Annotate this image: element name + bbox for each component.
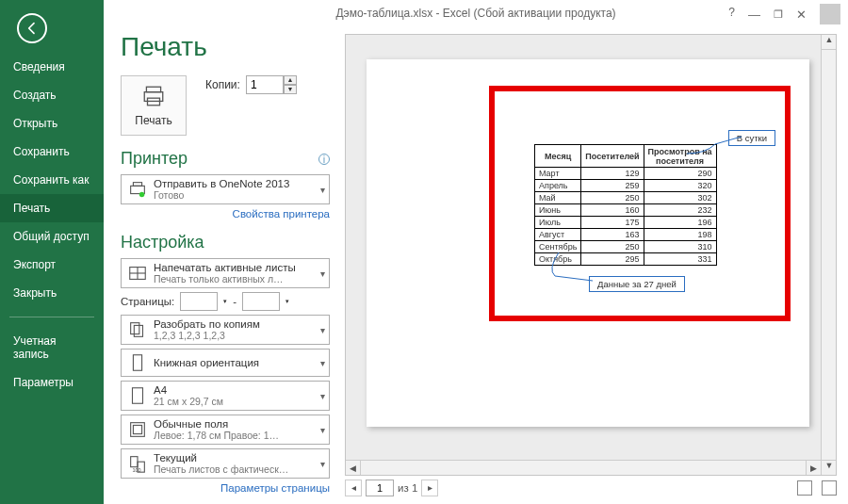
sidebar-footer-item-1[interactable]: Параметры xyxy=(0,368,104,397)
print-button[interactable]: Печать xyxy=(121,75,187,136)
preview-footer: ◂ из 1 ▸ xyxy=(345,476,837,500)
print-what-selector[interactable]: Напечатать активные листыПечать только а… xyxy=(121,258,330,288)
svg-rect-4 xyxy=(133,183,141,187)
next-page-button[interactable]: ▸ xyxy=(421,480,438,496)
scaling-selector[interactable]: 100 ТекущийПечать листов с фактическ… ▾ xyxy=(121,448,330,479)
printer-device-icon xyxy=(127,179,148,200)
printer-info-icon[interactable]: i xyxy=(318,154,330,165)
table-row: Май250302 xyxy=(535,192,717,204)
pages-to-input[interactable] xyxy=(242,292,280,311)
data-table: МесяцПосетителейПросмотров напосетителя … xyxy=(534,144,717,266)
sidebar-footer-item-0[interactable]: Учетная запись xyxy=(0,327,104,368)
chevron-down-icon: ▾ xyxy=(320,185,325,195)
print-settings-panel: Печать Печать Копии: ▲ ▼ xyxy=(104,26,339,504)
collate-icon xyxy=(127,319,148,340)
sidebar-item-5[interactable]: Печать xyxy=(0,194,104,222)
table-row: Июль175196 xyxy=(535,217,717,229)
connector-line xyxy=(547,252,595,283)
scroll-up-button[interactable]: ▲ xyxy=(822,35,837,50)
margins-icon xyxy=(127,419,148,440)
zoom-to-page-button[interactable] xyxy=(822,480,837,496)
scroll-left-button[interactable]: ◀ xyxy=(346,461,361,476)
svg-rect-14 xyxy=(133,425,141,433)
copies-input[interactable] xyxy=(246,75,284,94)
page-setup-link[interactable]: Параметры страницы xyxy=(121,482,330,494)
vertical-scrollbar[interactable]: ▲ ▼ xyxy=(821,35,836,475)
preview-page: МесяцПосетителейПросмотров напосетителя … xyxy=(367,59,809,427)
table-row: Июнь160232 xyxy=(535,204,717,217)
backstage-sidebar: СведенияСоздатьОткрытьСохранитьСохранить… xyxy=(0,0,104,504)
connector-line xyxy=(687,135,743,159)
svg-text:100: 100 xyxy=(133,467,141,473)
scaling-icon: 100 xyxy=(127,453,148,474)
horizontal-scrollbar[interactable]: ◀ ▶ xyxy=(346,460,821,475)
page-count-label: из 1 xyxy=(398,482,417,494)
table-header: Месяц xyxy=(535,145,581,168)
table-row: Март129290 xyxy=(535,168,717,180)
show-margins-button[interactable] xyxy=(797,480,812,496)
chevron-down-icon: ▾ xyxy=(320,325,325,335)
table-row: Апрель259320 xyxy=(535,180,717,192)
scroll-down-button[interactable]: ▼ xyxy=(822,460,837,475)
sidebar-item-0[interactable]: Сведения xyxy=(0,53,104,81)
paper-size-selector[interactable]: A421 см x 29,7 см ▾ xyxy=(121,381,330,411)
back-button[interactable] xyxy=(17,13,47,43)
prev-page-button[interactable]: ◂ xyxy=(345,480,362,496)
titlebar: Дэмо-таблица.xlsx - Excel (Сбой активаци… xyxy=(104,0,848,26)
portrait-icon xyxy=(127,352,148,373)
chevron-down-icon: ▾ xyxy=(320,425,325,435)
sidebar-item-8[interactable]: Закрыть xyxy=(0,279,104,307)
chevron-down-icon: ▾ xyxy=(320,358,325,368)
page-title: Печать xyxy=(121,32,330,62)
printer-heading: Принтер xyxy=(121,149,188,169)
sidebar-item-6[interactable]: Общий доступ xyxy=(0,222,104,251)
sidebar-item-2[interactable]: Открыть xyxy=(0,109,104,138)
close-icon[interactable]: ✕ xyxy=(796,8,807,22)
current-page-input[interactable] xyxy=(366,480,394,496)
printer-icon xyxy=(141,84,166,108)
svg-point-5 xyxy=(139,192,145,198)
page-icon xyxy=(127,385,148,406)
svg-rect-0 xyxy=(146,87,160,91)
window-title: Дэмо-таблица.xlsx - Excel (Сбой активаци… xyxy=(335,7,615,20)
copies-down-button[interactable]: ▼ xyxy=(284,85,297,94)
chevron-down-icon: ▾ xyxy=(320,391,325,401)
callout-27days: Данные за 27 дней xyxy=(589,276,685,292)
collate-selector[interactable]: Разобрать по копиям1,2,3 1,2,3 1,2,3 ▾ xyxy=(121,315,330,345)
svg-rect-15 xyxy=(131,457,138,467)
svg-rect-10 xyxy=(134,325,142,336)
pages-from-input[interactable] xyxy=(180,292,218,311)
chevron-down-icon: ▾ xyxy=(320,268,325,279)
printer-selector[interactable]: Отправить в OneNote 2013 Готово ▾ xyxy=(121,174,330,204)
table-row: Сентябрь250310 xyxy=(535,241,717,253)
orientation-selector[interactable]: Книжная ориентация ▾ xyxy=(121,349,330,377)
svg-rect-9 xyxy=(131,323,139,334)
sidebar-item-3[interactable]: Сохранить xyxy=(0,138,104,166)
svg-rect-12 xyxy=(133,388,143,404)
settings-heading: Настройка xyxy=(121,233,204,252)
copies-label: Копии: xyxy=(205,78,240,91)
table-row: Август163198 xyxy=(535,229,717,241)
restore-icon[interactable]: ❐ xyxy=(774,8,783,21)
user-avatar[interactable] xyxy=(820,4,840,24)
margins-selector[interactable]: Обычные поляЛевое: 1,78 см Правое: 1… ▾ xyxy=(121,415,330,445)
scroll-right-button[interactable]: ▶ xyxy=(806,461,821,476)
printer-properties-link[interactable]: Свойства принтера xyxy=(121,208,330,219)
sheets-icon xyxy=(127,263,148,284)
svg-rect-11 xyxy=(133,355,141,371)
copies-up-button[interactable]: ▲ xyxy=(284,75,297,85)
sidebar-item-7[interactable]: Экспорт xyxy=(0,251,104,279)
print-preview: МесяцПосетителейПросмотров напосетителя … xyxy=(345,34,837,476)
chevron-down-icon: ▾ xyxy=(320,459,325,469)
sidebar-item-1[interactable]: Создать xyxy=(0,81,104,109)
pages-label: Страницы: xyxy=(121,296,174,307)
table-header: Посетителей xyxy=(581,145,644,168)
help-icon[interactable]: ? xyxy=(728,6,735,19)
sidebar-item-4[interactable]: Сохранить как xyxy=(0,166,104,194)
minimize-icon[interactable]: — xyxy=(748,8,760,22)
